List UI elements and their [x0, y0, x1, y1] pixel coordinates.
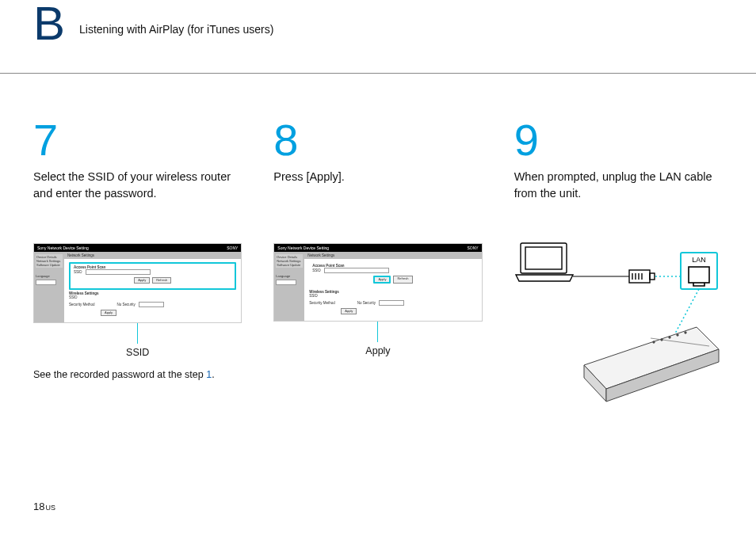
language-select — [276, 280, 296, 285]
language-select — [36, 280, 56, 285]
step9-illustration: LAN — [514, 238, 723, 397]
sidebar-item: Software Update — [36, 263, 62, 267]
page-number: 18 — [33, 501, 44, 512]
svg-point-14 — [652, 341, 654, 343]
section-title: Listening with AirPlay (for iTunes users… — [79, 23, 273, 36]
svg-point-16 — [668, 337, 670, 338]
apply-button-2: Apply — [101, 310, 116, 316]
ssid-input — [324, 268, 389, 273]
page-footer: 18US — [33, 501, 55, 512]
apply-button-2: Apply — [341, 308, 357, 314]
rj45-plug-icon — [629, 270, 655, 283]
security-select — [139, 302, 164, 307]
step-8: 8 Press [Apply]. Sony Network Device Set… — [273, 118, 482, 397]
steps-row: 7 Select the SSID of your wireless route… — [33, 118, 723, 397]
step-number: 7 — [33, 118, 242, 162]
callout-line — [137, 323, 138, 344]
step-9: 9 When prompted, unplug the LAN cable fr… — [514, 118, 723, 397]
security-method-label: Security Method — [309, 301, 335, 305]
window-title: Sony Network Device Setting — [37, 246, 89, 250]
speaker-icon — [584, 327, 719, 402]
tab-title: Network Settings — [64, 252, 241, 259]
settings-window: Sony Network Device Setting SONY Device … — [33, 243, 242, 323]
note-suffix: . — [212, 369, 214, 380]
lan-port-icon: LAN — [681, 253, 717, 289]
lan-label: LAN — [692, 256, 706, 264]
svg-point-18 — [684, 332, 685, 333]
security-select — [379, 300, 404, 306]
svg-rect-3 — [650, 273, 655, 280]
svg-rect-1 — [525, 247, 562, 269]
ssid-input — [86, 269, 151, 275]
section-letter: B — [33, 0, 65, 48]
ssid-highlight: Access Point Scan SSID Apply Refresh — [69, 262, 236, 290]
manual-page: B Listening with AirPlay (for iTunes use… — [0, 0, 756, 533]
apply-button-highlight: Apply — [373, 276, 391, 284]
step8-mock: Sony Network Device Setting SONY Device … — [273, 243, 482, 356]
security-no-label: No Security — [117, 303, 136, 306]
callout-label-ssid: SSID — [33, 347, 242, 358]
svg-rect-9 — [689, 267, 709, 283]
settings-sidebar: Device Details Network Settings Software… — [34, 252, 64, 322]
window-title: Sony Network Device Setting — [277, 246, 329, 250]
security-no-label: No Security — [357, 301, 376, 305]
brand-logo: SONY — [227, 246, 238, 250]
step-number: 8 — [273, 118, 482, 162]
wifi-ssid-label: SSID — [309, 294, 318, 298]
dotted-connection-2 — [675, 289, 699, 333]
ssid-label: SSID — [74, 270, 82, 274]
ssid-label: SSID — [312, 268, 321, 272]
lan-diagram-svg: LAN — [514, 238, 736, 405]
refresh-button-mock: Refresh — [152, 277, 171, 284]
step7-note: See the recorded password at the step 1. — [33, 369, 242, 380]
svg-point-17 — [676, 334, 678, 336]
page-region: US — [45, 504, 55, 512]
callout-line — [377, 322, 378, 342]
step7-mock: Sony Network Device Setting SONY Device … — [33, 243, 242, 380]
wifi-ssid-label: SSID — [69, 295, 78, 299]
language-label: Language — [276, 274, 303, 278]
settings-sidebar: Device Details Network Settings Software… — [274, 252, 304, 321]
laptop-icon — [516, 243, 573, 281]
step-text: Select the SSID of your wireless router … — [33, 169, 242, 204]
window-titlebar: Sony Network Device Setting SONY — [274, 244, 481, 252]
security-method-label: Security Method — [69, 303, 95, 306]
apply-button-mock: Apply — [134, 277, 150, 284]
divider — [0, 73, 756, 74]
settings-window: Sony Network Device Setting SONY Device … — [273, 243, 482, 322]
step-text: When prompted, unplug the LAN cable from… — [514, 169, 723, 204]
note-prefix: See the recorded password at the step — [33, 369, 206, 380]
step-text: Press [Apply]. — [273, 169, 482, 204]
step-number: 9 — [514, 118, 723, 162]
sidebar-item: Software Update — [277, 263, 302, 267]
tab-title: Network Settings — [304, 252, 481, 259]
language-label: Language — [36, 274, 63, 278]
refresh-button-mock: Refresh — [393, 276, 412, 284]
svg-point-15 — [660, 339, 662, 341]
window-titlebar: Sony Network Device Setting SONY — [34, 244, 241, 252]
callout-label-apply: Apply — [273, 345, 482, 356]
step-7: 7 Select the SSID of your wireless route… — [33, 118, 242, 397]
brand-logo: SONY — [467, 246, 478, 250]
section-header: B Listening with AirPlay (for iTunes use… — [33, 0, 723, 48]
svg-rect-0 — [521, 243, 567, 273]
